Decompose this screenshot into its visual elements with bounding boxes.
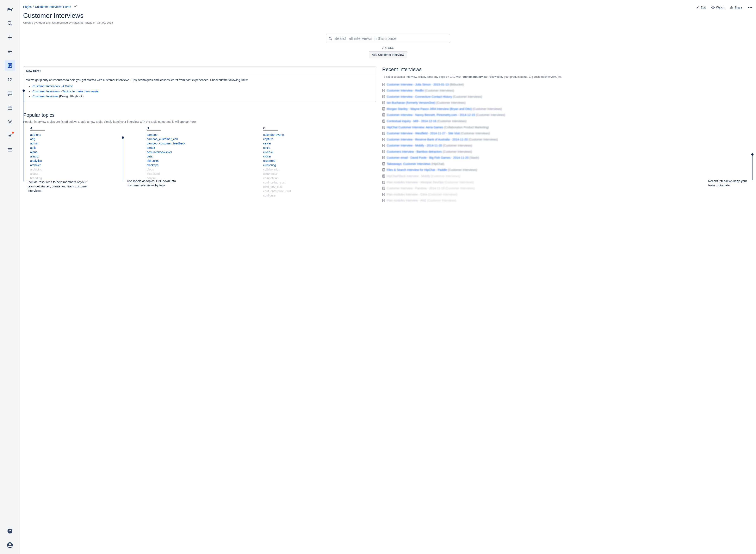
list-item: bamboo bbox=[147, 133, 260, 137]
analytics-icon[interactable] bbox=[74, 5, 77, 8]
interview-link[interactable]: Customer Interview - Nancy Bennett, Pict… bbox=[387, 113, 475, 117]
sidebar-notifications[interactable] bbox=[5, 130, 15, 141]
recent-interviews-title: Recent Interviews bbox=[382, 66, 753, 72]
resource-link[interactable]: Customer Interview bbox=[33, 95, 58, 98]
list-item: asana bbox=[30, 172, 143, 176]
topic-link[interactable]: archiver bbox=[30, 163, 41, 167]
topic-link[interactable]: calendar-events bbox=[263, 133, 284, 136]
topic-link[interactable]: adg bbox=[30, 137, 35, 141]
interview-link[interactable]: Customer Interview - Connecture Contact … bbox=[387, 95, 452, 98]
quote-icon bbox=[7, 77, 13, 82]
interview-link[interactable]: Plan modules Interview - Westpac DevOps bbox=[387, 181, 443, 184]
list-item: allianz bbox=[30, 154, 143, 159]
topic-link[interactable]: competition bbox=[263, 176, 279, 180]
topic-link[interactable]: bamboo_customer_feedback bbox=[147, 142, 185, 145]
interview-link[interactable]: Plan modules Interview - Citrix bbox=[387, 193, 427, 196]
topic-link[interactable]: best-interview-ever bbox=[147, 151, 172, 154]
topic-link[interactable]: beta bbox=[147, 155, 153, 158]
list-item: configure bbox=[263, 193, 376, 198]
interview-link[interactable]: Plan modules Interview - ANZ bbox=[387, 199, 426, 202]
add-customer-interview-button[interactable]: Add Customer Interview bbox=[369, 51, 407, 58]
resource-link[interactable]: Customer Interviews - Tactics to make th… bbox=[33, 90, 99, 93]
interview-row: Morgan Stanley - Wayne Pasco JIRA Interv… bbox=[382, 107, 753, 112]
confluence-logo[interactable] bbox=[5, 4, 15, 14]
topic-link[interactable]: conf_dev_cust bbox=[263, 185, 283, 188]
new-here-title: New Here? bbox=[23, 67, 376, 75]
topic-link[interactable]: asana bbox=[30, 172, 39, 175]
watch-action[interactable]: Watch bbox=[711, 6, 724, 9]
sidebar-create[interactable] bbox=[5, 32, 15, 43]
interview-link[interactable]: HipChat/Slack Interview - Mobify bbox=[387, 174, 430, 178]
topic-link[interactable]: analytics bbox=[30, 159, 42, 162]
interview-space: (Customer Interviews) bbox=[442, 144, 472, 147]
topic-link[interactable]: bamboo_customer_call bbox=[147, 137, 178, 141]
topic-link[interactable]: circle bbox=[263, 146, 270, 150]
interview-link[interactable]: Customer email - David Poole - Big Fish … bbox=[387, 156, 469, 159]
topic-link[interactable]: clover bbox=[263, 155, 271, 158]
sidebar-settings[interactable] bbox=[5, 117, 15, 127]
sidebar-pages[interactable] bbox=[5, 60, 15, 71]
page-icon bbox=[382, 113, 385, 118]
sidebar-help[interactable]: ? bbox=[5, 526, 15, 536]
interview-link[interactable]: Takeaways: Customer Interviews bbox=[387, 162, 431, 166]
interview-search-input[interactable] bbox=[334, 36, 447, 41]
topic-link[interactable]: caviar bbox=[263, 142, 271, 145]
breadcrumb-root[interactable]: Pages bbox=[23, 5, 32, 8]
topic-link[interactable]: conf_enterprise_cust bbox=[263, 189, 291, 193]
interview-link[interactable]: Customer Interview - Westfield - 2014-11… bbox=[387, 132, 460, 135]
sidebar-quotes[interactable] bbox=[5, 74, 15, 85]
topic-link[interactable]: clustered bbox=[263, 159, 275, 162]
topic-link[interactable]: capture bbox=[263, 137, 273, 141]
sidebar-menu[interactable] bbox=[5, 145, 15, 155]
topic-link[interactable]: collaboration bbox=[263, 168, 280, 171]
topic-link[interactable]: comments bbox=[263, 172, 277, 175]
topic-link[interactable]: add-ons bbox=[30, 133, 41, 136]
sidebar-profile[interactable] bbox=[5, 540, 15, 550]
interview-link[interactable]: Customer Interview - Pandora - 2014-11-1… bbox=[387, 186, 444, 190]
topic-link[interactable]: blogs bbox=[147, 168, 154, 171]
interview-space: (Customer Interviews) bbox=[444, 181, 474, 184]
topic-link[interactable]: blackops bbox=[147, 163, 159, 167]
edit-action[interactable]: Edit bbox=[696, 6, 706, 9]
interview-link[interactable]: Ian Buchanan (formerly VersionOne) bbox=[387, 101, 435, 104]
topic-link[interactable]: alana bbox=[30, 151, 38, 154]
interview-link[interactable]: Files & Search Interview for HipChat - P… bbox=[387, 168, 447, 171]
list-item: conf_dev_cust bbox=[263, 185, 376, 189]
topic-link[interactable]: agile bbox=[30, 146, 37, 150]
list-item: collaboration bbox=[263, 167, 376, 172]
topic-link[interactable]: bartek bbox=[147, 146, 155, 150]
interview-link[interactable]: Customer Interview - Redfin bbox=[387, 89, 424, 92]
topic-link[interactable]: admin bbox=[30, 142, 39, 145]
topic-link[interactable]: branding bbox=[30, 176, 42, 180]
topic-link[interactable]: clustering bbox=[263, 163, 276, 167]
topic-link[interactable]: configure bbox=[263, 194, 276, 197]
interview-link[interactable]: Customers interview - Bamboo detractors bbox=[387, 150, 442, 153]
sidebar-calendar[interactable] bbox=[5, 103, 15, 113]
topic-link[interactable]: blue-label bbox=[147, 172, 160, 175]
interview-row: Plan modules Interview - Citrix (Custome… bbox=[382, 192, 753, 197]
interview-link[interactable]: Morgan Stanley - Wayne Pasco JIRA Interv… bbox=[387, 107, 472, 111]
interview-link[interactable]: Customer Interview - Mobify - 2014-11-20 bbox=[387, 144, 442, 147]
interview-link[interactable]: Contextual inquiry - MI9 - 2014-12-16 bbox=[387, 119, 436, 123]
list-item: blogs bbox=[147, 167, 260, 172]
sidebar-feed[interactable] bbox=[5, 46, 15, 57]
more-actions[interactable]: ••• bbox=[748, 5, 753, 10]
share-action[interactable]: Share bbox=[730, 6, 742, 9]
interview-link[interactable]: HipChat Customer Interview: Aeria Games bbox=[387, 126, 443, 129]
topic-link[interactable]: bitbucket bbox=[147, 159, 159, 162]
sidebar-comments[interactable] bbox=[5, 89, 15, 99]
interview-space: (Customer Interviews) bbox=[468, 138, 498, 141]
topic-link[interactable]: circle-ci bbox=[263, 151, 273, 154]
topic-link[interactable]: bamboo bbox=[147, 133, 158, 136]
topic-link[interactable]: conf_collab_cust bbox=[263, 181, 286, 184]
topic-link[interactable]: archiving bbox=[30, 168, 42, 171]
breadcrumb-parent[interactable]: Customer Interviews Home bbox=[35, 5, 71, 8]
sidebar-search[interactable] bbox=[5, 18, 15, 29]
list-item: calendar-events bbox=[263, 133, 376, 137]
interview-link[interactable]: Customer Interview - Reserve Bank of Aus… bbox=[387, 138, 468, 141]
interview-link[interactable]: Customer Interview - Julia Simon - 2015-… bbox=[387, 83, 449, 86]
interview-search[interactable] bbox=[326, 34, 450, 43]
list-item: clover bbox=[263, 154, 376, 159]
resource-link[interactable]: Customer Interviews - A Guide bbox=[33, 85, 73, 88]
topic-link[interactable]: allianz bbox=[30, 155, 39, 158]
